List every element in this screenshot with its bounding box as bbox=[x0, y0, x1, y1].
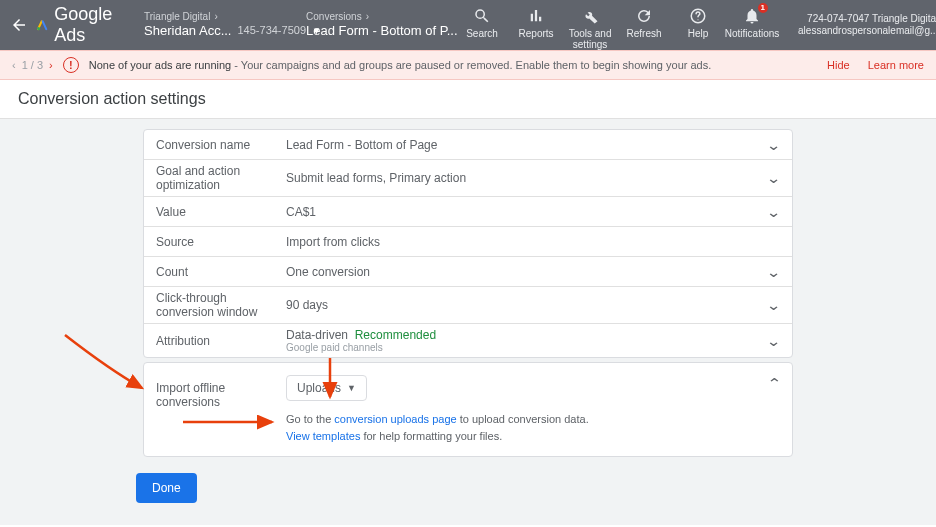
attribution-value: Data-driven bbox=[286, 328, 348, 342]
row-value: Submit lead forms, Primary action bbox=[286, 171, 768, 185]
notifications-tool[interactable]: 1 Notifications bbox=[726, 1, 778, 39]
row-value: Data-driven Recommended Google paid chan… bbox=[286, 328, 768, 353]
row-label: Attribution bbox=[156, 334, 286, 348]
uploads-label: Uploads bbox=[297, 381, 341, 395]
uploads-dropdown[interactable]: Uploads ▼ bbox=[286, 375, 367, 401]
tools-settings-tool[interactable]: Tools and settings bbox=[564, 1, 616, 50]
page-title: Conversion action settings bbox=[0, 80, 936, 119]
row-value: One conversion bbox=[286, 265, 768, 279]
warning-pager: ‹ 1 / 3 › bbox=[12, 59, 53, 71]
row-value: Import from clicks bbox=[286, 235, 766, 249]
row-label: Count bbox=[156, 265, 286, 279]
help-tool[interactable]: Help bbox=[672, 1, 724, 39]
row-attribution[interactable]: Attribution Data-driven Recommended Goog… bbox=[144, 324, 792, 357]
refresh-icon bbox=[635, 7, 653, 25]
chevron-right-icon: › bbox=[366, 11, 369, 23]
account-email: alessandrospersonalemail@g... bbox=[798, 25, 936, 37]
google-ads-logo[interactable]: Google Ads bbox=[36, 4, 118, 46]
search-tool[interactable]: Search bbox=[456, 1, 508, 39]
dropdown-caret-icon: ▼ bbox=[347, 383, 356, 393]
settings-card: Conversion name Lead Form - Bottom of Pa… bbox=[143, 129, 793, 358]
breadcrumb-page-name: Lead Form - Bottom of P... bbox=[306, 23, 458, 39]
wrench-icon bbox=[581, 7, 599, 25]
chevron-up-icon: ⌄ bbox=[766, 375, 782, 391]
row-label: Click-through conversion window bbox=[156, 291, 286, 319]
search-icon bbox=[473, 7, 491, 25]
chevron-down-icon: ⌄ bbox=[766, 264, 782, 280]
account-phone: 724-074-7047 Triangle Digital bbox=[798, 13, 936, 25]
app-header: Google Ads Triangle Digital › Sheridan A… bbox=[0, 0, 936, 50]
breadcrumb-account-id: 145-734-7509 bbox=[238, 24, 307, 37]
warning-icon: ! bbox=[63, 57, 79, 73]
account-info[interactable]: 724-074-7047 Triangle Digital alessandro… bbox=[798, 11, 936, 39]
warning-message: None of your ads are running - Your camp… bbox=[89, 59, 712, 71]
warning-learn-link[interactable]: Learn more bbox=[868, 59, 924, 71]
row-click-through-window[interactable]: Click-through conversion window 90 days … bbox=[144, 287, 792, 324]
chevron-down-icon: ⌄ bbox=[766, 333, 782, 349]
row-label: Conversion name bbox=[156, 138, 286, 152]
row-label: Import offline conversions bbox=[156, 375, 286, 409]
google-ads-logo-icon bbox=[36, 16, 48, 34]
breadcrumb-account-name: Sheridan Acc... bbox=[144, 23, 231, 39]
row-value[interactable]: Value CA$1 ⌄ bbox=[144, 197, 792, 227]
chevron-down-icon: ⌄ bbox=[766, 297, 782, 313]
chevron-down-icon: ⌄ bbox=[766, 204, 782, 220]
row-value: Lead Form - Bottom of Page bbox=[286, 138, 768, 152]
breadcrumb-page-parent: Conversions bbox=[306, 11, 362, 23]
import-help-text: Go to the conversion uploads page to upl… bbox=[286, 411, 768, 444]
breadcrumb-page[interactable]: Conversions › Lead Form - Bottom of P... bbox=[306, 11, 446, 39]
content-area: Conversion name Lead Form - Bottom of Pa… bbox=[0, 119, 936, 525]
back-arrow-icon[interactable] bbox=[10, 13, 28, 37]
warning-bold: None of your ads are running bbox=[89, 59, 231, 71]
svg-point-2 bbox=[697, 19, 698, 20]
row-label: Value bbox=[156, 205, 286, 219]
row-count[interactable]: Count One conversion ⌄ bbox=[144, 257, 792, 287]
import-card: Import offline conversions Uploads ▼ Go … bbox=[143, 362, 793, 457]
header-tools: Search Reports Tools and settings Refres… bbox=[456, 1, 778, 50]
row-goal-optimization[interactable]: Goal and action optimization Submit lead… bbox=[144, 160, 792, 197]
reports-icon bbox=[527, 7, 545, 25]
row-label: Goal and action optimization bbox=[156, 164, 286, 192]
reports-tool[interactable]: Reports bbox=[510, 1, 562, 39]
help-icon bbox=[689, 7, 707, 25]
warning-next-icon[interactable]: › bbox=[49, 59, 53, 71]
row-label: Source bbox=[156, 235, 286, 249]
warning-hide-link[interactable]: Hide bbox=[827, 59, 850, 71]
notification-badge: 1 bbox=[758, 3, 768, 13]
breadcrumb-account-parent: Triangle Digital bbox=[144, 11, 210, 23]
refresh-tool[interactable]: Refresh bbox=[618, 1, 670, 39]
row-value: 90 days bbox=[286, 298, 768, 312]
chevron-down-icon: ⌄ bbox=[766, 170, 782, 186]
done-button[interactable]: Done bbox=[136, 473, 197, 503]
svg-point-0 bbox=[37, 27, 40, 30]
warning-bar: ‹ 1 / 3 › ! None of your ads are running… bbox=[0, 50, 936, 80]
warning-rest: - Your campaigns and ad groups are pause… bbox=[231, 59, 711, 71]
warning-prev-icon[interactable]: ‹ bbox=[12, 59, 16, 71]
row-conversion-name[interactable]: Conversion name Lead Form - Bottom of Pa… bbox=[144, 130, 792, 160]
warning-position: 1 / 3 bbox=[22, 59, 43, 71]
conversion-uploads-link[interactable]: conversion uploads page bbox=[334, 413, 456, 425]
attribution-sub: Google paid channels bbox=[286, 342, 436, 353]
row-source[interactable]: Source Import from clicks bbox=[144, 227, 792, 257]
breadcrumb-account[interactable]: Triangle Digital › Sheridan Acc... 145-7… bbox=[144, 11, 294, 39]
chevron-right-icon: › bbox=[214, 11, 217, 23]
view-templates-link[interactable]: View templates bbox=[286, 430, 360, 442]
row-import-offline[interactable]: Import offline conversions Uploads ▼ Go … bbox=[144, 363, 792, 456]
product-name: Google Ads bbox=[54, 4, 118, 46]
chevron-down-icon: ⌄ bbox=[766, 137, 782, 153]
row-value: CA$1 bbox=[286, 205, 768, 219]
recommended-badge: Recommended bbox=[355, 328, 436, 342]
